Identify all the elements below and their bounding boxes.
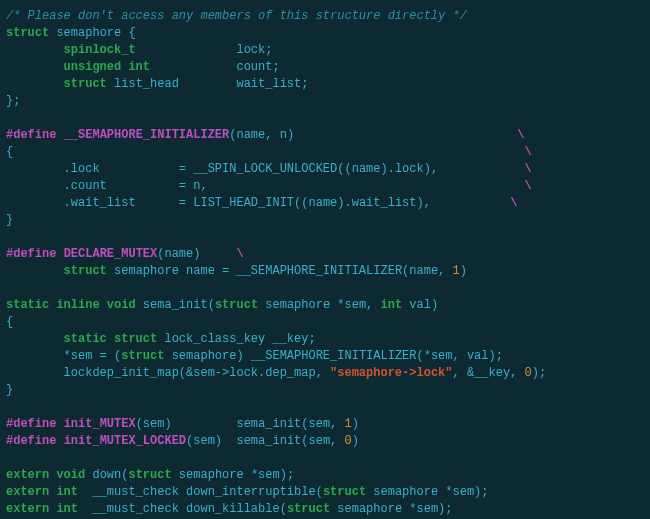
macro-call: __SPIN_LOCK_UNLOCKED [193, 162, 337, 176]
macro-call: __SEMAPHORE_INITIALIZER [236, 264, 402, 278]
brace: } [6, 213, 13, 227]
type: spinlock_t [64, 43, 136, 57]
punct: }; [6, 94, 20, 108]
number: 1 [345, 417, 352, 431]
text: sema_init(sem, [236, 434, 344, 448]
punct: ) [352, 434, 359, 448]
number: 0 [525, 366, 532, 380]
number: 0 [345, 434, 352, 448]
text: semaphore *sem); [330, 502, 452, 516]
keyword-struct: struct [64, 77, 107, 91]
text: *sem = ( [64, 349, 122, 363]
line-continuation: \ [517, 128, 524, 142]
args: (name, [402, 264, 452, 278]
keyword-struct: struct [6, 26, 49, 40]
macro: init_MUTEX [64, 417, 136, 431]
keyword: extern [6, 485, 49, 499]
text: __must_check down_killable( [92, 502, 286, 516]
args: (sem) [186, 434, 222, 448]
macro: __SEMAPHORE_INITIALIZER [64, 128, 230, 142]
keyword: int [56, 502, 78, 516]
macro: DECLARE_MUTEX [64, 247, 158, 261]
args: (name, n) [229, 128, 294, 142]
preproc: #define [6, 434, 56, 448]
code-block: /* Please don't access any members of th… [0, 0, 650, 519]
text: val) [402, 298, 438, 312]
args: (name) [157, 247, 200, 261]
keyword: extern [6, 502, 49, 516]
keyword: int [56, 485, 78, 499]
preproc: #define [6, 247, 56, 261]
punct: ); [532, 366, 546, 380]
text: sema_init(sem, [236, 417, 344, 431]
text: down( [92, 468, 128, 482]
function-name: sema_init [143, 298, 208, 312]
punct: { [121, 26, 135, 40]
punct: ) [352, 417, 359, 431]
line-continuation: \ [510, 196, 517, 210]
eq: = [179, 162, 186, 176]
text: semaphore name = [114, 264, 236, 278]
punct: ) [460, 264, 467, 278]
keyword: void [56, 468, 85, 482]
value: n, [193, 179, 207, 193]
keyword-struct: struct [323, 485, 366, 499]
args: (sem) [136, 417, 172, 431]
text: semaphore *sem, [258, 298, 380, 312]
type: list_head [114, 77, 179, 91]
preproc: #define [6, 417, 56, 431]
punct: ; [265, 43, 272, 57]
member: .wait_list [64, 196, 136, 210]
field: wait_list [236, 77, 301, 91]
type: unsigned int [64, 60, 150, 74]
keyword: int [381, 298, 403, 312]
keyword: static [6, 298, 49, 312]
text: __must_check down_interruptible( [92, 485, 322, 499]
comment: /* Please don't access any members of th… [6, 9, 467, 23]
brace: { [6, 315, 13, 329]
line-continuation: \ [236, 247, 243, 261]
keyword-struct: struct [287, 502, 330, 516]
args: (*sem, val); [417, 349, 503, 363]
eq: = [179, 196, 186, 210]
field: lock [236, 43, 265, 57]
keyword: inline [56, 298, 99, 312]
brace: } [6, 383, 13, 397]
keyword-struct: struct [215, 298, 258, 312]
line-continuation: \ [525, 162, 532, 176]
brace: { [6, 145, 13, 159]
eq: = [179, 179, 186, 193]
keyword: extern [6, 468, 49, 482]
text: semaphore *sem); [366, 485, 488, 499]
line-continuation: \ [525, 179, 532, 193]
keyword-struct: struct [64, 264, 107, 278]
keyword: static struct [64, 332, 158, 346]
text: lock_class_key __key; [157, 332, 315, 346]
member: .lock [64, 162, 100, 176]
text: semaphore) [164, 349, 250, 363]
macro-call: LIST_HEAD_INIT [193, 196, 294, 210]
identifier: semaphore [56, 26, 121, 40]
number: 1 [453, 264, 460, 278]
text: semaphore *sem); [172, 468, 294, 482]
preproc: #define [6, 128, 56, 142]
string: "semaphore->lock" [330, 366, 452, 380]
macro: init_MUTEX_LOCKED [64, 434, 186, 448]
macro-call: __SEMAPHORE_INITIALIZER [251, 349, 417, 363]
member: .count [64, 179, 107, 193]
keyword: void [107, 298, 136, 312]
punct: ; [301, 77, 308, 91]
keyword-struct: struct [121, 349, 164, 363]
punct: ; [272, 60, 279, 74]
field: count [236, 60, 272, 74]
text: lockdep_init_map(&sem->lock.dep_map, [64, 366, 330, 380]
punct: ( [208, 298, 215, 312]
args: ((name).wait_list), [294, 196, 431, 210]
keyword-struct: struct [128, 468, 171, 482]
line-continuation: \ [525, 145, 532, 159]
text: , &__key, [452, 366, 524, 380]
args: ((name).lock), [337, 162, 438, 176]
